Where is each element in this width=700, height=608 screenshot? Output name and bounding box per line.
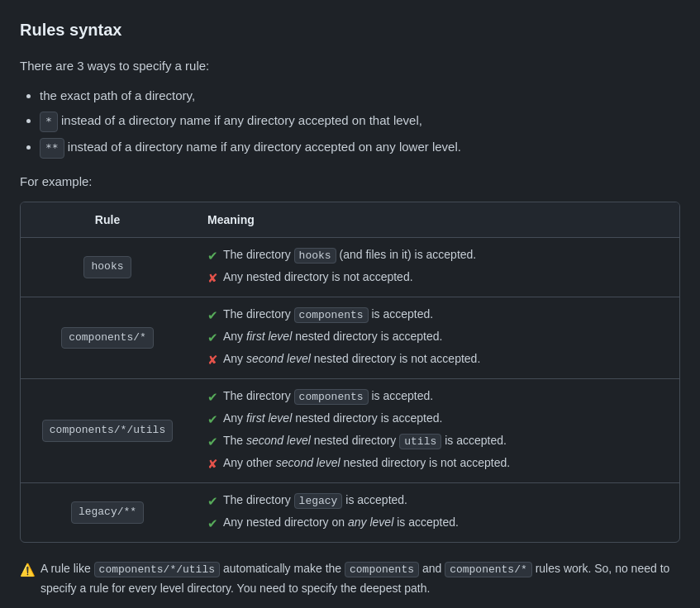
bullet-3-text: instead of a directory name if any direc… — [68, 140, 461, 154]
check-icon: ✔ — [207, 432, 218, 452]
meaning-line: ✔ The directory legacy is accepted. — [207, 492, 666, 511]
inline-code: components/* — [445, 562, 532, 577]
cross-icon: ✘ — [207, 350, 218, 370]
check-icon: ✔ — [207, 246, 218, 266]
meaning-text: The directory hooks (and files in it) is… — [223, 246, 476, 264]
check-icon: ✔ — [207, 306, 218, 325]
intro-text: There are 3 ways to specify a rule: — [20, 56, 680, 76]
table-cell-meaning: ✔ The directory components is accepted. … — [194, 297, 679, 378]
meaning-line: ✔ Any first level nested directory is ac… — [207, 328, 666, 348]
warning-text-1: A rule like components/*/utils automatic… — [40, 559, 680, 597]
page-title: Rules syntax — [20, 17, 680, 43]
table-cell-meaning: ✔ The directory hooks (and files in it) … — [194, 237, 679, 297]
rule-code-components-star-utils: components/*/utils — [42, 420, 173, 442]
italic-text: any level — [348, 515, 393, 529]
inline-code: legacy — [294, 493, 343, 509]
meaning-line: ✔ The directory components is accepted. — [207, 306, 666, 325]
meaning-line: ✔ The directory hooks (and files in it) … — [207, 246, 666, 266]
italic-text: second level — [246, 352, 311, 365]
rules-table-container: Rule Meaning hooks ✔ The directory hooks… — [20, 202, 680, 543]
table-row: components/*/utils ✔ The directory compo… — [21, 378, 679, 482]
meaning-line: ✔ Any first level nested directory is ac… — [207, 410, 666, 430]
meaning-text: Any second level nested directory is not… — [223, 350, 480, 368]
inline-code: components — [294, 307, 369, 323]
bullets-list: the exact path of a directory, * instead… — [40, 86, 680, 159]
meaning-text: The second level nested directory utils … — [223, 432, 507, 450]
meaning-text: Any first level nested directory is acce… — [223, 328, 442, 345]
table-col-meaning: Meaning — [194, 202, 679, 238]
cross-icon: ✘ — [207, 268, 218, 288]
check-icon: ✔ — [207, 387, 218, 407]
table-header-row: Rule Meaning — [21, 202, 679, 238]
rules-table: Rule Meaning hooks ✔ The directory hooks… — [21, 202, 679, 542]
check-icon: ✔ — [207, 514, 218, 534]
bullet-3: ** instead of a directory name if any di… — [40, 137, 680, 159]
check-icon: ✔ — [207, 328, 218, 348]
table-row: legacy/** ✔ The directory legacy is acce… — [21, 482, 679, 542]
meaning-line: ✔ Any nested directory on any level is a… — [207, 514, 666, 534]
meaning-text: Any first level nested directory is acce… — [223, 410, 442, 427]
bullet-double-star-code: ** — [40, 138, 64, 159]
rule-code-components-star: components/* — [61, 327, 154, 349]
table-cell-rule: hooks — [21, 237, 194, 297]
inline-code: utils — [399, 434, 441, 449]
check-icon: ✔ — [207, 410, 218, 430]
inline-code: components — [294, 389, 369, 405]
meaning-text: The directory components is accepted. — [223, 306, 433, 324]
inline-code: components/*/utils — [94, 562, 220, 577]
rule-code-legacy-double-star: legacy/** — [71, 501, 144, 524]
table-cell-rule: components/*/utils — [21, 378, 194, 482]
table-cell-rule: legacy/** — [21, 482, 194, 542]
meaning-line: ✘ Any second level nested directory is n… — [207, 350, 666, 370]
meaning-line: ✘ Any other second level nested director… — [207, 454, 666, 474]
meaning-text: The directory legacy is accepted. — [223, 492, 407, 510]
table-cell-meaning: ✔ The directory components is accepted. … — [194, 378, 679, 482]
bullet-1-text: the exact path of a directory, — [40, 88, 195, 102]
warning-icon-1: ⚠️ — [20, 560, 36, 580]
meaning-text: Any nested directory on any level is acc… — [223, 514, 459, 531]
meaning-line: ✔ The second level nested directory util… — [207, 432, 666, 452]
meaning-line: ✘ Any nested directory is not accepted. — [207, 268, 666, 288]
for-example-text: For example: — [20, 172, 680, 192]
bullet-2: * instead of a directory name if any dir… — [40, 111, 680, 132]
table-row: hooks ✔ The directory hooks (and files i… — [21, 237, 679, 297]
bullet-1: the exact path of a directory, — [40, 86, 680, 106]
table-cell-meaning: ✔ The directory legacy is accepted. ✔ An… — [194, 482, 679, 542]
italic-text: first level — [246, 330, 292, 343]
meaning-text: Any nested directory is not accepted. — [223, 268, 413, 286]
italic-text: first level — [246, 411, 292, 425]
meaning-line: ✔ The directory components is accepted. — [207, 387, 666, 407]
meaning-text: Any other second level nested directory … — [223, 454, 510, 472]
rule-code-hooks: hooks — [83, 256, 131, 278]
meaning-text: The directory components is accepted. — [223, 387, 433, 406]
inline-code: hooks — [294, 248, 336, 264]
table-cell-rule: components/* — [21, 297, 194, 378]
warning-block-1: ⚠️ A rule like components/*/utils automa… — [20, 559, 680, 597]
bullet-star-code: * — [40, 112, 58, 132]
table-row: components/* ✔ The directory components … — [21, 297, 679, 378]
check-icon: ✔ — [207, 492, 218, 511]
table-col-rule: Rule — [21, 202, 194, 238]
cross-icon: ✘ — [207, 454, 218, 474]
italic-text: second level — [276, 456, 340, 469]
inline-code: components — [345, 562, 419, 577]
italic-text: second level — [246, 434, 311, 447]
bullet-2-text: instead of a directory name if any direc… — [61, 113, 422, 127]
